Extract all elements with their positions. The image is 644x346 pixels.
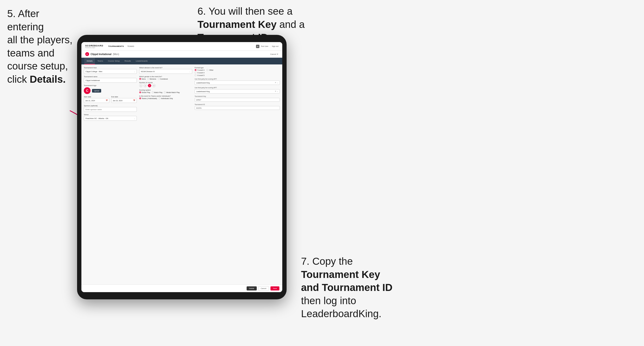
radio-stroke-outer <box>139 91 141 93</box>
radio-6count4 <box>194 72 196 74</box>
annotation-left: 5. After entering all the players, teams… <box>7 7 75 86</box>
radio-mens-outer <box>139 78 141 80</box>
api1-controls-icon: ✕ ⌄ <box>275 82 278 84</box>
tab-leaderboards[interactable]: Leaderboards <box>134 58 150 64</box>
format-type-label: Format type <box>194 67 280 69</box>
venue-group: Venue Peachtree GC - Atlanta - GA ⌄ <box>84 114 137 121</box>
live-scoring-1-input[interactable]: Leaderboard King ✕ ⌄ <box>194 81 280 85</box>
name-input[interactable]: Clippd Invitational <box>84 78 137 83</box>
sponsor-label: Sponsor (optional) <box>84 105 137 107</box>
save-button[interactable]: Save <box>270 286 279 291</box>
tab-teams[interactable]: Teams <box>95 58 106 64</box>
gender-group: Which gender is the event for? Mens Wome… <box>139 76 192 80</box>
format-other[interactable]: Other <box>206 69 214 71</box>
tablet-screen: SCOREBOARD Powered by clippd TOURNAMENTS… <box>82 42 282 292</box>
round-2[interactable]: 2 <box>144 84 147 87</box>
teams-group: Is this event for Teams and/or Individua… <box>139 95 192 99</box>
gender-combined[interactable]: Combined <box>158 78 168 80</box>
bottom-bar: Delete Cancel Save <box>82 284 282 292</box>
division-input[interactable]: NCAA Division III ⌄ <box>139 69 192 74</box>
tournament-icon: C <box>85 52 89 56</box>
tab-bar: Details Teams Course Setup Results Leade… <box>82 58 282 64</box>
radio-teams-outer <box>139 97 141 99</box>
tournament-key-label: Tournament Key <box>194 95 280 97</box>
api2-controls-icon: ✕ ⌄ <box>275 90 278 92</box>
gender-radio-group: Mens Womens Combined <box>139 78 192 80</box>
teams-plus-individuals[interactable]: Teams (+Individuals) <box>139 97 157 99</box>
host-input[interactable]: Clippd College - Men ⌄ <box>84 69 137 74</box>
scoring-group: Scoring system Stroke Play Match Play <box>139 89 192 93</box>
cancel-form-button[interactable]: Cancel <box>258 286 269 291</box>
tab-course-setup[interactable]: Course Setup <box>106 58 122 64</box>
tablet-frame: SCOREBOARD Powered by clippd TOURNAMENTS… <box>77 35 286 299</box>
venue-input[interactable]: Peachtree GC - Atlanta - GA ⌄ <box>84 116 137 121</box>
date-row: Start date Jan 21, 2024 📅 End date Jan 2… <box>84 96 137 103</box>
round-3[interactable]: 3 <box>148 84 151 87</box>
radio-other <box>206 69 208 71</box>
live-scoring-2-input[interactable]: Leaderboard King ✕ ⌄ <box>194 89 280 94</box>
sponsor-input[interactable] <box>84 107 137 112</box>
calendar-icon-end: 📅 <box>133 100 135 101</box>
name-label: Tournament name <box>84 76 137 77</box>
division-arrow-icon: ⌄ <box>189 71 190 72</box>
nav-right: SI Test User | Sign out <box>256 45 278 48</box>
gender-womens[interactable]: Womens <box>147 78 156 80</box>
tournament-host-group: Tournament Host Clippd College - Men ⌄ <box>84 67 137 74</box>
start-date-input[interactable]: Jan 21, 2024 📅 <box>84 98 109 103</box>
end-date-input[interactable]: Jan 23, 2024 📅 <box>111 98 137 103</box>
logo-circle: C <box>84 87 90 94</box>
end-date-label: End date <box>111 96 137 98</box>
tab-details[interactable]: Details <box>84 58 95 64</box>
individuals-only[interactable]: Individuals Only <box>158 97 173 99</box>
radio-6count5 <box>194 74 196 76</box>
gender-mens[interactable]: Mens <box>139 78 146 80</box>
gender-label: Which gender is the event for? <box>139 76 192 77</box>
scoring-stroke[interactable]: Stroke Play <box>139 91 150 93</box>
venue-label: Venue <box>84 114 137 115</box>
radio-combined-outer <box>158 78 160 80</box>
nav-teams[interactable]: TEAMS <box>127 45 134 47</box>
round-1[interactable]: 1 <box>139 84 142 87</box>
format-5count4[interactable]: 5 count 4 <box>194 69 204 71</box>
nav-tournaments[interactable]: TOURNAMENTS <box>108 45 124 47</box>
venue-arrow-icon: ⌄ <box>134 118 135 119</box>
nav-divider: | <box>270 45 270 47</box>
scoring-match[interactable]: Match Play <box>152 91 162 93</box>
live-scoring-2-label: Use third-party live scoring API? <box>194 87 280 88</box>
division-group: Which division is the event for? NCAA Di… <box>139 67 192 74</box>
tournament-id-label: Tournament ID <box>194 104 280 105</box>
nav-user: Test User <box>261 45 268 47</box>
radio-individuals-outer <box>158 97 160 99</box>
format-options: 5 count 4 6 count 4 6 count 5 <box>194 69 280 76</box>
tab-results[interactable]: Results <box>122 58 134 64</box>
nav-avatar: SI <box>256 45 260 48</box>
scoring-medal[interactable]: Medal Match Play <box>164 91 180 93</box>
upload-button[interactable]: Upload <box>92 89 101 93</box>
round-4[interactable]: 4 <box>152 84 156 87</box>
radio-mens-inner <box>140 78 141 79</box>
tournament-title: Clippd Invitational (Men) <box>90 53 119 55</box>
scoring-label: Scoring system <box>139 89 192 91</box>
live-scoring-2-group: Use third-party live scoring API? Leader… <box>194 87 280 94</box>
cancel-button[interactable]: Cancel ✕ <box>270 53 278 55</box>
left-column: Tournament Host Clippd College - Men ⌄ T… <box>84 67 137 282</box>
rounds-group: Number of rounds 1 2 3 4 <box>139 82 192 87</box>
teams-radio-group: Teams (+Individuals) Individuals Only <box>139 97 192 99</box>
format-6count4[interactable]: 6 count 4 <box>194 72 204 74</box>
live-scoring-1-group: Use third-party live scoring API? Leader… <box>194 78 280 85</box>
division-label: Which division is the event for? <box>139 67 192 69</box>
delete-button[interactable]: Delete <box>246 286 257 291</box>
radio-5count4 <box>194 69 196 71</box>
tournament-id-group: Tournament ID 302051 <box>194 104 280 110</box>
start-date-group: Start date Jan 21, 2024 📅 <box>84 96 109 103</box>
format-6count5[interactable]: 6 count 5 <box>194 74 204 76</box>
nav-signout[interactable]: Sign out <box>272 45 278 47</box>
radio-match-outer <box>152 91 154 93</box>
radio-stroke-inner <box>140 92 141 93</box>
nav-brand: SCOREBOARD Powered by clippd <box>85 44 103 48</box>
tournament-logo-group: Tournament logo C Upload <box>84 85 137 94</box>
scoring-radio-group: Stroke Play Match Play Medal Match Play <box>139 91 192 93</box>
rounds-circles: 1 2 3 4 <box>139 84 192 87</box>
main-content: Tournament Host Clippd College - Men ⌄ T… <box>82 64 282 284</box>
tournament-name-group: Tournament name Clippd Invitational <box>84 76 137 83</box>
